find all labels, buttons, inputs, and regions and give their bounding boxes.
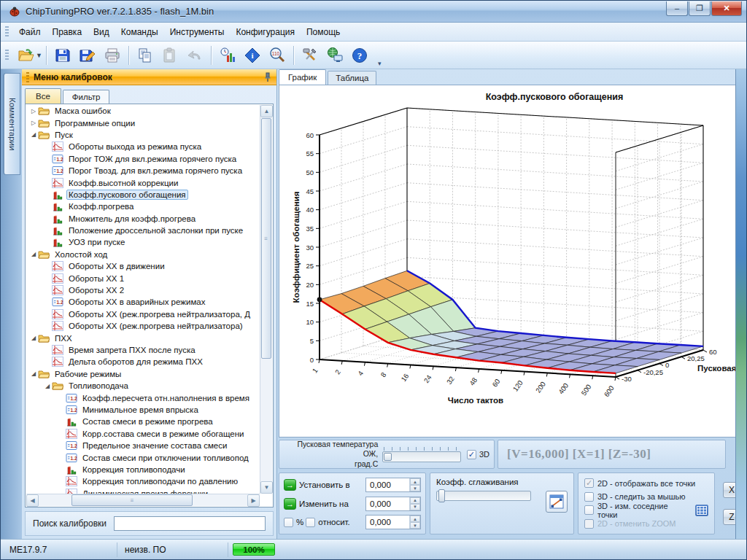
vscroll-thumb[interactable]: ≡ — [261, 118, 271, 359]
tree-item[interactable]: Обороты ХХ 1 — [26, 272, 260, 284]
title-bar[interactable]: ChipTuningPRO ver.7.2.1.835 - flash_1M.b… — [1, 1, 746, 23]
tree-item[interactable]: ◢Пуск — [26, 129, 260, 141]
tree-item[interactable]: Динамическая произв.форсунки — [26, 488, 260, 494]
tree-item[interactable]: Коэфф.прогрева — [26, 201, 260, 212]
tree-item[interactable]: ▷Маска ошибок — [26, 105, 260, 117]
tree-item[interactable]: Дельта оборотов для режима ПХХ — [26, 356, 260, 368]
tree-item[interactable]: 1.2Минимальное время впрыска — [26, 404, 260, 416]
relative-value-spinner[interactable]: 0,000 ▲▼ — [365, 515, 421, 529]
tree-item[interactable]: Обороты ХХ (реж.прогрева нейтрализатора) — [26, 320, 260, 332]
expand-icon[interactable]: ▷ — [29, 120, 38, 126]
tree-item[interactable]: ◢Холостой ход — [26, 249, 260, 260]
option-checkbox[interactable] — [584, 492, 594, 502]
3d-checkbox[interactable]: ✓ — [467, 450, 476, 459]
smoothing-apply-button[interactable] — [546, 491, 568, 513]
menubar-grip[interactable] — [5, 26, 9, 38]
tree-item[interactable]: 1.2Обороты ХХ в аварийных режимах — [26, 296, 260, 308]
tree-item[interactable]: 1.2Порог Твозд. для вкл.режима горячего … — [26, 165, 260, 176]
info-button[interactable]: i — [241, 44, 264, 66]
tree-item[interactable]: ◢Топливоподача — [26, 380, 260, 392]
panel-grip[interactable] — [26, 72, 29, 82]
tab-график[interactable]: График — [279, 69, 326, 85]
tree-item[interactable]: Обороты ХХ 2 — [26, 284, 260, 296]
tree-item[interactable]: Коэфф.пускового обогащения — [26, 189, 260, 201]
maximize-button[interactable]: ❐ — [689, 1, 711, 16]
tree-item[interactable]: Множитель для коэфф.прогрева — [26, 213, 260, 225]
tree-horizontal-scrollbar[interactable]: ◀ ≡ ▶ — [26, 494, 260, 506]
tree-vertical-scrollbar[interactable]: ▲ ≡ ▼ — [260, 105, 272, 494]
tree-item[interactable]: Корр.состава смеси в режиме обогащени — [26, 428, 260, 440]
set-value-spinner[interactable]: 0,000 ▲▼ — [365, 478, 421, 492]
collapse-icon[interactable]: ◢ — [29, 131, 38, 138]
apply-change-button[interactable]: → — [284, 498, 296, 510]
collapse-icon[interactable]: ◢ — [29, 370, 38, 377]
toolbar-grip[interactable] — [5, 50, 9, 61]
start-temp-slider[interactable] — [382, 447, 461, 462]
print-button[interactable] — [101, 44, 124, 66]
help-button[interactable]: ? — [348, 44, 371, 66]
tree-item[interactable]: Состав смеси в режиме прогрева — [26, 416, 260, 427]
tree-item[interactable]: Коэфф.высотной коррекции — [26, 176, 260, 188]
chart-view-button[interactable] — [216, 44, 239, 66]
open-dropdown-icon[interactable]: ▼ — [36, 52, 42, 59]
menu-item-правка[interactable]: Правка — [47, 25, 88, 39]
zoom-button[interactable]: 110 — [266, 44, 289, 66]
collapse-icon[interactable]: ◢ — [29, 335, 38, 341]
smoothing-slider-thumb[interactable] — [438, 489, 445, 502]
open-file-button[interactable] — [14, 44, 37, 66]
tree-item[interactable]: 1.2Предельное значение состава смеси — [26, 440, 260, 451]
tree-item[interactable]: Коррекция топливоподачи по давлению — [26, 475, 260, 487]
tree-item[interactable]: 1.2Состав смеси при отключении топливопо… — [26, 451, 260, 463]
tree-item[interactable]: 1.2Коэфф.пересчета отн.наполнения в врем… — [26, 392, 260, 403]
close-button[interactable]: ✕ — [711, 1, 742, 16]
undo-button[interactable] — [183, 44, 206, 66]
calibration-panel-header[interactable]: Меню калибровок — [22, 69, 276, 85]
tree-item[interactable]: Положение дроссельной заслонки при пуске — [26, 225, 260, 236]
tab-все[interactable]: Все — [25, 88, 61, 104]
collapse-icon[interactable]: ◢ — [43, 383, 52, 389]
grid-points-button[interactable] — [695, 505, 708, 516]
option-checkbox[interactable]: ✓ — [584, 478, 594, 488]
calibration-search-input[interactable] — [114, 516, 266, 531]
tree-item[interactable]: ◢Рабочие режимы — [26, 368, 260, 380]
option-checkbox[interactable] — [584, 519, 594, 529]
relative-checkbox[interactable] — [306, 518, 315, 527]
tools-button[interactable] — [298, 44, 322, 66]
tab-таблица[interactable]: Таблица — [328, 71, 376, 85]
toolbar-overflow-button[interactable]: ▾ — [375, 58, 384, 69]
smoothing-slider[interactable] — [436, 491, 531, 501]
scroll-right-button[interactable]: ▶ — [247, 494, 260, 507]
menu-item-команды[interactable]: Команды — [115, 25, 164, 39]
tree-item[interactable]: ◢ПХХ — [26, 332, 260, 343]
tree-item[interactable]: ▷Программные опции — [26, 117, 260, 128]
tree-item[interactable]: Обороты выхода из режима пуска — [26, 141, 260, 152]
tree-item[interactable]: УОЗ при пуске — [26, 236, 260, 248]
tree-item[interactable]: 1.2Порог ТОЖ для вкл.режима горячего пус… — [26, 153, 260, 165]
tree-item[interactable]: Обороты ХХ (реж.прогрева нейтрализатора,… — [26, 308, 260, 320]
tree-item[interactable]: Время запрета ПХХ после пуска — [26, 344, 260, 356]
tree-item[interactable]: Обороты ХХ в движении — [26, 260, 260, 272]
menu-item-инструменты[interactable]: Инструменты — [164, 25, 231, 39]
menu-item-конфигурация[interactable]: Конфигурация — [230, 25, 301, 39]
slider-thumb[interactable] — [384, 453, 392, 461]
minimize-button[interactable]: – — [666, 1, 688, 16]
expand-icon[interactable]: ▷ — [29, 108, 38, 114]
hscroll-thumb[interactable]: ≡ — [71, 494, 193, 506]
surface-chart[interactable]: 0510152025303540455055601248162432486012… — [279, 85, 744, 437]
percent-checkbox[interactable] — [284, 518, 293, 527]
scroll-up-button[interactable]: ▲ — [260, 105, 273, 117]
pin-icon[interactable] — [263, 72, 272, 82]
option-checkbox[interactable] — [584, 505, 594, 515]
menu-item-помощь[interactable]: Помощь — [301, 25, 346, 39]
scroll-down-button[interactable]: ▼ — [260, 481, 273, 494]
scroll-left-button[interactable]: ◀ — [26, 494, 39, 507]
copy-button[interactable] — [133, 44, 157, 66]
tab-фильтр[interactable]: Фильтр — [63, 90, 110, 104]
paste-button[interactable] — [158, 44, 182, 66]
apply-set-button[interactable]: → — [284, 479, 296, 491]
save-button[interactable] — [51, 44, 74, 66]
save-as-button[interactable] — [76, 44, 99, 66]
menu-item-вид[interactable]: Вид — [88, 25, 115, 39]
tree-item[interactable]: Коррекция топливоподачи — [26, 464, 260, 475]
comments-tab[interactable]: Комментарии — [3, 73, 20, 175]
